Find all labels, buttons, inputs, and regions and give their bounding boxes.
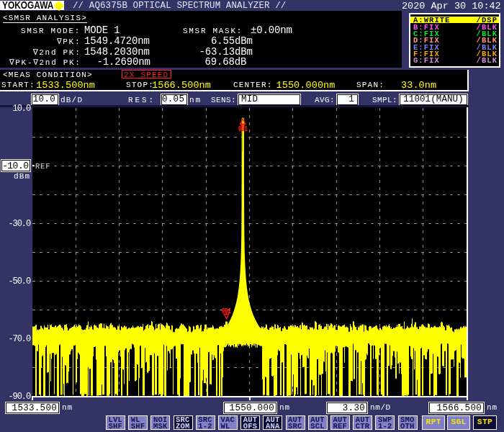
svg-text:001: 001 (238, 124, 248, 133)
svg-text:REF: REF (35, 162, 50, 171)
